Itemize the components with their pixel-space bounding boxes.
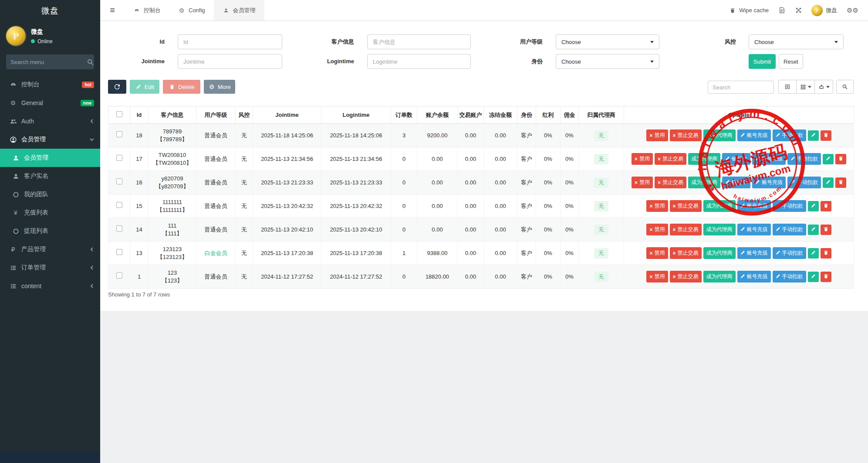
btn-disable[interactable]: ×禁用 xyxy=(646,247,668,259)
filter-risk-select[interactable]: Choose xyxy=(749,34,844,49)
sidebar-item-general[interactable]: ⚙ General new xyxy=(0,94,100,112)
row-checkbox[interactable] xyxy=(116,131,122,137)
btn-disable[interactable]: ×禁用 xyxy=(646,271,668,283)
wipe-cache-button[interactable]: Wipe cache xyxy=(729,7,769,14)
btn-ban-trade[interactable]: ×禁止交易 xyxy=(670,247,702,259)
btn-recharge[interactable]: 账号充值 xyxy=(737,247,771,259)
select-all-checkbox[interactable] xyxy=(116,111,122,117)
search-button[interactable] xyxy=(836,80,854,94)
table-search-input[interactable] xyxy=(708,81,774,94)
btn-become-agent[interactable]: 成为代理商 xyxy=(703,224,736,235)
btn-disable[interactable]: ×禁用 xyxy=(632,153,653,165)
tab-dashboard[interactable]: 控制台 xyxy=(125,0,169,20)
btn-deduct[interactable]: 手动扣款 xyxy=(787,153,821,165)
toggle-view-button[interactable] xyxy=(778,80,797,94)
btn-deduct[interactable]: 手动扣款 xyxy=(787,177,821,188)
btn-deduct[interactable]: 手动扣款 xyxy=(773,247,806,259)
btn-become-agent[interactable]: 成为代理商 xyxy=(703,200,736,212)
clear-log-button[interactable] xyxy=(778,7,785,14)
edit-button[interactable]: Edit xyxy=(130,80,159,94)
row-checkbox[interactable] xyxy=(116,155,122,161)
btn-edit-row[interactable] xyxy=(808,201,819,211)
settings-button[interactable]: ⚙⚙ xyxy=(847,7,858,14)
btn-edit-row[interactable] xyxy=(808,272,819,282)
btn-recharge[interactable]: 账号充值 xyxy=(737,200,771,212)
btn-recharge[interactable]: 账号充值 xyxy=(737,224,771,235)
btn-edit-row[interactable] xyxy=(823,154,834,164)
row-checkbox[interactable] xyxy=(116,178,122,184)
sidebar-item-customer-verify[interactable]: 客户实名 xyxy=(0,167,100,185)
delete-button[interactable]: Delete xyxy=(163,80,200,94)
btn-ban-trade[interactable]: ×禁止交易 xyxy=(655,177,686,188)
sidebar-item-member-management[interactable]: 会员管理 xyxy=(0,149,100,167)
row-checkbox[interactable] xyxy=(116,249,122,255)
sidebar-item-content[interactable]: content xyxy=(0,277,100,295)
row-checkbox[interactable] xyxy=(116,202,122,208)
sidebar-search-input[interactable] xyxy=(10,59,87,65)
export-button[interactable] xyxy=(815,80,833,94)
sidebar-item-recharge-list[interactable]: ¥ 充值列表 xyxy=(0,204,100,222)
btn-edit-row[interactable] xyxy=(808,130,819,141)
row-checkbox[interactable] xyxy=(116,225,122,232)
hamburger-button[interactable]: ≡ xyxy=(100,0,125,20)
btn-bank-card[interactable]: 银行卡 xyxy=(722,153,750,165)
filter-logintime-input[interactable] xyxy=(367,54,471,69)
btn-ban-trade[interactable]: ×禁止交易 xyxy=(670,129,702,141)
btn-recharge[interactable]: 账号充值 xyxy=(737,271,771,283)
btn-disable[interactable]: ×禁用 xyxy=(646,129,668,141)
filter-id-input[interactable] xyxy=(178,34,282,49)
sidebar-search[interactable] xyxy=(6,54,94,69)
btn-become-agent[interactable]: 成为代理商 xyxy=(703,271,736,283)
btn-recharge[interactable]: 账号充值 xyxy=(752,177,786,188)
btn-become-agent[interactable]: 成为代理商 xyxy=(688,153,720,165)
sidebar-item-orders[interactable]: 订单管理 xyxy=(0,259,100,277)
filter-identity-select[interactable]: Choose xyxy=(556,54,659,69)
btn-disable[interactable]: ×禁用 xyxy=(632,177,653,188)
btn-delete-row[interactable] xyxy=(821,201,831,211)
btn-bank-card[interactable]: 银行卡 xyxy=(722,177,750,188)
sidebar-item-members-group[interactable]: 会员管理 xyxy=(0,130,100,149)
submit-button[interactable]: Submit xyxy=(749,54,776,69)
sidebar-item-dashboard[interactable]: 控制台 hot xyxy=(0,75,100,94)
btn-deduct[interactable]: 手动扣款 xyxy=(773,224,806,235)
tab-member-management[interactable]: 会员管理 xyxy=(214,0,264,20)
btn-deduct[interactable]: 手动扣款 xyxy=(773,129,806,141)
btn-become-agent[interactable]: 成为代理商 xyxy=(703,247,736,259)
btn-delete-row[interactable] xyxy=(821,225,831,235)
sidebar-item-my-team[interactable]: 我的团队 xyxy=(0,185,100,204)
btn-delete-row[interactable] xyxy=(821,130,831,141)
btn-disable[interactable]: ×禁用 xyxy=(646,224,668,235)
fullscreen-button[interactable] xyxy=(795,7,802,14)
btn-disable[interactable]: ×禁用 xyxy=(646,200,668,212)
refresh-button[interactable] xyxy=(108,80,126,94)
tab-config[interactable]: ⚙ Config xyxy=(169,0,214,20)
sidebar-item-withdraw-list[interactable]: 提现列表 xyxy=(0,222,100,240)
btn-recharge[interactable]: 账号充值 xyxy=(752,153,786,165)
btn-edit-row[interactable] xyxy=(808,225,819,235)
btn-become-agent[interactable]: 成为代理商 xyxy=(703,129,736,141)
sidebar-item-products[interactable]: ₽ 产品管理 xyxy=(0,240,100,259)
more-button[interactable]: ⚙More xyxy=(204,80,235,94)
btn-recharge[interactable]: 账号充值 xyxy=(737,129,771,141)
btn-ban-trade[interactable]: ×禁止交易 xyxy=(670,224,702,235)
navbar-user[interactable]: P 微盘 xyxy=(811,5,837,16)
btn-delete-row[interactable] xyxy=(835,154,846,164)
filter-level-select[interactable]: Choose xyxy=(556,34,659,49)
reset-button[interactable]: Reset xyxy=(779,54,803,69)
btn-become-agent[interactable]: 成为代理商 xyxy=(688,177,720,188)
columns-button[interactable] xyxy=(797,80,815,94)
btn-delete-row[interactable] xyxy=(835,177,846,188)
btn-ban-trade[interactable]: ×禁止交易 xyxy=(655,153,686,165)
btn-edit-row[interactable] xyxy=(823,177,834,188)
btn-delete-row[interactable] xyxy=(821,248,831,259)
btn-edit-row[interactable] xyxy=(808,248,819,259)
row-checkbox[interactable] xyxy=(116,272,122,279)
sidebar-item-auth[interactable]: Auth xyxy=(0,112,100,130)
btn-deduct[interactable]: 手动扣款 xyxy=(773,200,806,212)
btn-ban-trade[interactable]: ×禁止交易 xyxy=(670,200,702,212)
btn-deduct[interactable]: 手动扣款 xyxy=(773,271,806,283)
btn-ban-trade[interactable]: ×禁止交易 xyxy=(670,271,702,283)
filter-jointime-input[interactable] xyxy=(178,54,282,69)
filter-customer-input[interactable] xyxy=(367,34,471,49)
btn-delete-row[interactable] xyxy=(821,272,831,282)
